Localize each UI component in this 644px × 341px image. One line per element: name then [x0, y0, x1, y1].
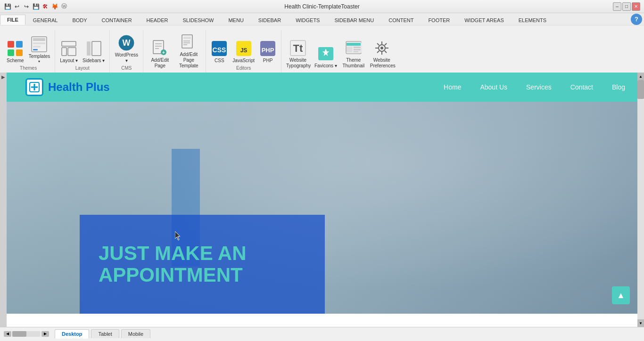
ribbon-group-pages: + Add/Edit Page Add/Edit Page Template [143, 30, 206, 73]
title-bar-controls: 💾 ↩ ↪ 💾 🛠 🦊 Ⓦ [4, 3, 68, 10]
save-icon[interactable]: 💾 [32, 3, 40, 10]
add-edit-page-template-button[interactable]: Add/Edit Page Template [174, 37, 203, 70]
tool-icon[interactable]: 🛠 [41, 3, 49, 10]
maximize-button[interactable]: □ [622, 2, 631, 11]
tab-file[interactable]: FILE [0, 15, 25, 25]
svg-line-53 [385, 43, 387, 45]
add-edit-page-label: Add/Edit Page [148, 57, 172, 69]
css-button[interactable]: CSS CSS [209, 32, 230, 65]
tab-mobile[interactable]: Mobile [121, 329, 150, 338]
theme-thumbnail-icon [345, 40, 362, 57]
tab-elements[interactable]: ELEMENTS [512, 15, 553, 25]
scheme-button[interactable]: Scheme [5, 32, 26, 65]
website-typography-button[interactable]: Tt Website Typography [284, 37, 312, 70]
window-controls[interactable]: – □ ✕ [613, 2, 640, 11]
svg-rect-13 [92, 41, 101, 56]
svg-rect-3 [16, 49, 23, 56]
tab-tablet[interactable]: Tablet [91, 329, 119, 338]
horizontal-scrollbar[interactable]: ◀ ▶ [4, 331, 49, 337]
svg-rect-2 [8, 49, 14, 56]
close-button[interactable]: ✕ [632, 2, 640, 11]
website-typography-icon: Tt [289, 40, 306, 57]
nav-item-about[interactable]: About Us [480, 83, 507, 91]
svg-rect-41 [347, 47, 352, 52]
svg-rect-40 [347, 43, 361, 46]
site-header: Health Plus Home About Us Services Conta… [7, 73, 644, 102]
tab-sidebar[interactable]: SIDEBAR [251, 15, 288, 25]
website-typography-label: Website Typography [286, 57, 310, 69]
tab-content[interactable]: CONTENT [381, 15, 421, 25]
sidebars-icon [85, 40, 102, 57]
svg-rect-7 [33, 46, 41, 48]
logo-icon [25, 78, 43, 96]
theme-thumbnail-button[interactable]: Theme Thumbnail [340, 37, 367, 70]
tab-widgets[interactable]: WIDGETS [289, 15, 327, 25]
add-edit-page-template-icon [180, 34, 197, 51]
tab-widget-areas[interactable]: WIDGET AREAS [457, 15, 511, 25]
wordpress-button[interactable]: W WordPress ▾ [113, 32, 140, 65]
ribbon-group-themes-items: Scheme Templates [5, 30, 52, 65]
ribbon-group-cms-items: W WordPress ▾ [113, 30, 140, 65]
svg-rect-43 [354, 49, 361, 50]
themes-group-label: Themes [20, 65, 37, 73]
nav-item-home[interactable]: Home [444, 83, 461, 91]
undo-icon[interactable]: ↩ [13, 3, 21, 10]
svg-rect-24 [183, 37, 191, 39]
website-preview: Health Plus Home About Us Services Conta… [7, 73, 644, 327]
tab-menu[interactable]: MENU [221, 15, 250, 25]
templates-button[interactable]: Templates [27, 32, 52, 65]
svg-line-52 [385, 51, 387, 53]
help-button[interactable]: ? [631, 14, 642, 25]
add-edit-page-button[interactable]: + Add/Edit Page [146, 37, 173, 70]
nav-item-services[interactable]: Services [526, 83, 552, 91]
ribbon-group-editors-items: CSS CSS JS JavaScript PHP [209, 30, 278, 65]
sidebars-button[interactable]: Sidebars ▾ [81, 32, 107, 65]
svg-rect-44 [354, 51, 358, 52]
tab-container[interactable]: CONTAINER [95, 15, 139, 25]
svg-text:PHP: PHP [262, 47, 274, 54]
bottom-bar: ◀ ▶ Desktop Tablet Mobile [0, 327, 644, 340]
scroll-up-button[interactable]: ▲ [612, 286, 630, 304]
logo-text-plain: Health [48, 81, 86, 93]
tab-slideshow[interactable]: SLIDESHOW [175, 15, 221, 25]
scheme-icon [7, 40, 24, 57]
php-icon: PHP [259, 40, 276, 57]
nav-item-blog[interactable]: Blog [612, 83, 625, 91]
tab-sidebar-menu[interactable]: SIDEBAR MENU [327, 15, 381, 25]
javascript-button[interactable]: JS JavaScript [231, 32, 256, 65]
tab-body[interactable]: BODY [65, 15, 94, 25]
php-button[interactable]: PHP PHP [257, 32, 278, 65]
canvas-expand-button[interactable]: ▶ [0, 73, 7, 327]
tab-header[interactable]: HEADER [140, 15, 175, 25]
redo-icon[interactable]: ↪ [23, 3, 30, 10]
javascript-icon: JS [235, 40, 252, 57]
tab-general[interactable]: GENERAL [26, 15, 65, 25]
website-preferences-icon [373, 40, 390, 57]
tab-footer[interactable]: FOOTER [421, 15, 457, 25]
favicons-button[interactable]: Favicons ▾ [313, 37, 339, 70]
svg-line-54 [377, 51, 379, 53]
layout-button[interactable]: Layout ▾ [58, 32, 80, 65]
quick-access-icon-1[interactable]: 💾 [4, 3, 11, 10]
tab-desktop[interactable]: Desktop [55, 329, 89, 339]
nav-item-contact[interactable]: Contact [570, 83, 593, 91]
hero-title: JUST MAKE AN APPOINTMENT [99, 243, 306, 286]
ribbon-group-themes: Scheme Templates Themes [2, 30, 55, 73]
svg-text:Tt: Tt [293, 42, 303, 54]
site-logo: Health Plus [25, 78, 110, 96]
ribbon-tab-bar: FILE GENERAL BODY CONTAINER HEADER SLIDE… [0, 13, 644, 25]
vertical-scrollbar[interactable]: ▲ ▼ [637, 73, 644, 327]
website-preferences-button[interactable]: Website Preferences [368, 37, 396, 70]
wordpress-icon: W [118, 34, 135, 51]
minimize-button[interactable]: – [613, 2, 621, 11]
ribbon-group-website-tools: Tt Website Typography Favicons ▾ [281, 30, 398, 73]
favicons-icon [317, 45, 334, 62]
wp-icon[interactable]: Ⓦ [60, 3, 68, 10]
svg-rect-5 [33, 38, 45, 41]
hero-overlay-box: JUST MAKE AN APPOINTMENT [80, 215, 325, 314]
svg-point-46 [380, 47, 383, 49]
svg-rect-10 [62, 48, 66, 56]
svg-rect-12 [87, 41, 91, 56]
browser-icon[interactable]: 🦊 [51, 3, 58, 10]
site-nav: Home About Us Services Contact Blog [444, 83, 625, 91]
